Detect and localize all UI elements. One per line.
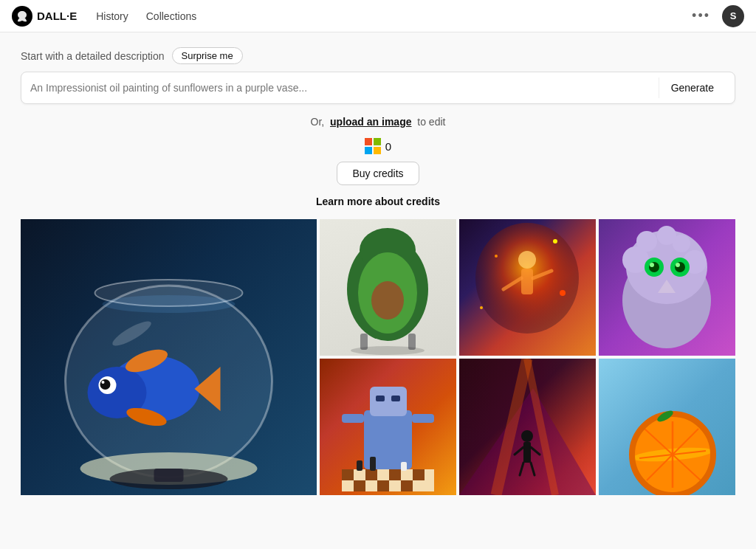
svg-point-69 bbox=[521, 430, 533, 442]
prompt-input-row: Generate bbox=[21, 72, 735, 104]
svg-rect-19 bbox=[154, 469, 184, 482]
svg-point-23 bbox=[371, 281, 404, 320]
credits-count: 0 bbox=[385, 140, 391, 153]
svg-rect-57 bbox=[342, 469, 354, 480]
image-robot-chess[interactable] bbox=[320, 359, 456, 495]
prompt-label: Start with a detailed description bbox=[21, 50, 165, 62]
credits-icon bbox=[365, 138, 381, 154]
svg-rect-54 bbox=[342, 414, 364, 423]
logo-text: DALL·E bbox=[37, 10, 77, 22]
nav-collections[interactable]: Collections bbox=[139, 7, 204, 25]
svg-point-34 bbox=[560, 290, 566, 296]
svg-rect-60 bbox=[413, 469, 425, 480]
svg-point-26 bbox=[351, 346, 425, 355]
surprise-me-button[interactable]: Surprise me bbox=[172, 47, 243, 64]
svg-rect-65 bbox=[370, 457, 376, 471]
prompt-section: Start with a detailed description Surpri… bbox=[21, 47, 735, 104]
svg-rect-70 bbox=[523, 442, 531, 463]
image-shadow-person[interactable] bbox=[459, 359, 596, 495]
svg-point-14 bbox=[102, 381, 105, 384]
image-avocado-chair[interactable] bbox=[320, 219, 456, 356]
svg-rect-29 bbox=[521, 269, 533, 294]
svg-rect-2 bbox=[374, 138, 381, 145]
shadow-person-svg bbox=[459, 359, 596, 495]
svg-rect-66 bbox=[401, 462, 407, 471]
navbar: DALL·E History Collections ••• S bbox=[0, 0, 756, 32]
robot-chess-svg bbox=[320, 359, 456, 495]
learn-more-link[interactable]: Learn more about credits bbox=[316, 196, 440, 207]
svg-rect-58 bbox=[365, 469, 377, 480]
avatar[interactable]: S bbox=[722, 5, 744, 27]
svg-rect-61 bbox=[354, 480, 365, 491]
image-grid bbox=[21, 219, 735, 495]
svg-rect-51 bbox=[370, 387, 407, 416]
svg-rect-53 bbox=[391, 396, 400, 401]
openai-logo-icon bbox=[12, 6, 32, 27]
svg-rect-64 bbox=[357, 460, 362, 471]
svg-rect-1 bbox=[365, 138, 372, 145]
nav-history[interactable]: History bbox=[89, 7, 136, 25]
svg-point-42 bbox=[657, 226, 676, 245]
image-galaxy-dancer[interactable] bbox=[459, 219, 596, 356]
credits-display: 0 bbox=[365, 138, 391, 154]
svg-rect-63 bbox=[401, 480, 413, 491]
fish-bowl-svg bbox=[21, 219, 317, 495]
svg-point-48 bbox=[676, 263, 680, 267]
svg-point-47 bbox=[650, 263, 654, 267]
svg-point-40 bbox=[636, 231, 657, 252]
svg-point-35 bbox=[480, 306, 483, 309]
svg-rect-4 bbox=[374, 147, 381, 154]
prompt-input[interactable] bbox=[30, 82, 653, 94]
svg-point-13 bbox=[100, 379, 111, 390]
logo[interactable]: DALL·E bbox=[12, 6, 77, 27]
orange-svg bbox=[599, 359, 735, 495]
svg-rect-3 bbox=[365, 147, 372, 154]
svg-rect-62 bbox=[377, 480, 389, 491]
credits-section: 0 Buy credits Learn more about credits bbox=[21, 138, 735, 207]
nav-links: History Collections bbox=[89, 7, 204, 25]
prompt-header: Start with a detailed description Surpri… bbox=[21, 47, 735, 64]
upload-suffix: to edit bbox=[417, 116, 445, 128]
image-orange[interactable] bbox=[599, 359, 735, 495]
galaxy-dancer-svg bbox=[459, 219, 596, 356]
upload-prefix: Or, bbox=[311, 116, 325, 128]
image-monster[interactable] bbox=[599, 219, 735, 356]
avocado-chair-svg bbox=[320, 219, 456, 356]
main-content: Start with a detailed description Surpri… bbox=[0, 32, 756, 495]
image-fish-bowl[interactable] bbox=[21, 219, 317, 495]
buy-credits-button[interactable]: Buy credits bbox=[337, 162, 419, 185]
monster-svg bbox=[599, 219, 735, 356]
svg-rect-59 bbox=[389, 469, 401, 480]
generate-button[interactable]: Generate bbox=[659, 77, 726, 98]
svg-point-33 bbox=[495, 255, 498, 258]
svg-rect-55 bbox=[412, 414, 434, 423]
svg-point-32 bbox=[553, 239, 557, 244]
svg-rect-52 bbox=[376, 396, 385, 401]
svg-point-7 bbox=[103, 295, 236, 313]
upload-link[interactable]: upload an image bbox=[330, 116, 411, 128]
upload-row: Or, upload an image to edit bbox=[21, 116, 735, 128]
svg-point-28 bbox=[518, 251, 536, 269]
more-options-button[interactable]: ••• bbox=[686, 5, 716, 27]
